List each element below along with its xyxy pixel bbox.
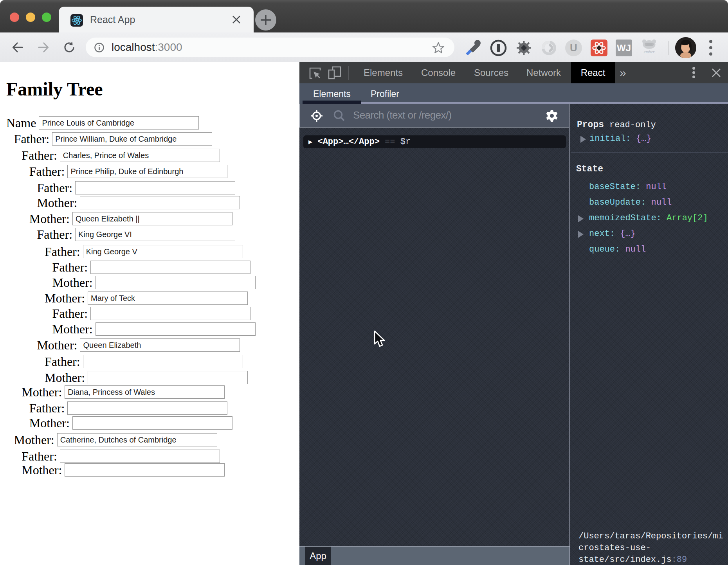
svg-text:ember: ember	[644, 49, 655, 54]
